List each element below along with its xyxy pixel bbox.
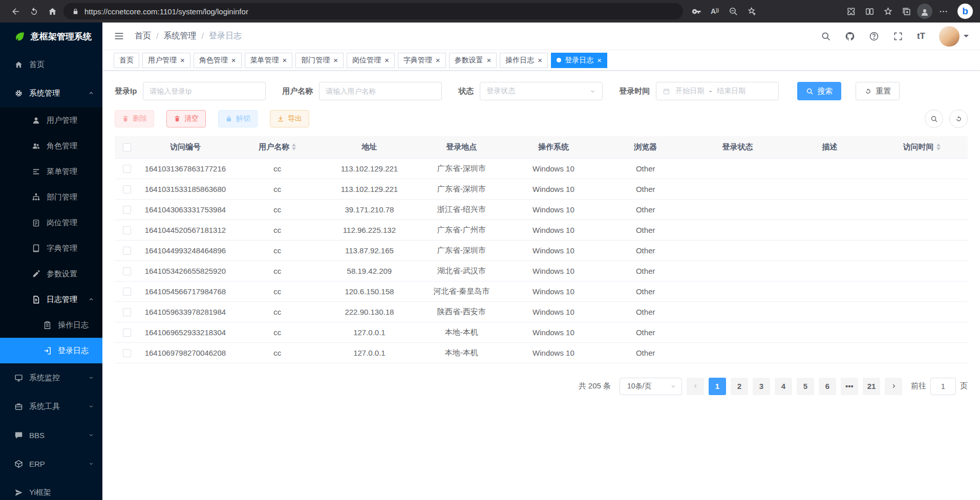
collapse-sidebar-button[interactable]: [114, 31, 124, 41]
sidebar-item-login-log[interactable]: 登录日志: [0, 338, 102, 363]
browser-home-button[interactable]: [43, 3, 61, 20]
table-row[interactable]: 1641069652933218304 cc 127.0.0.1 本地-本机 W…: [115, 322, 968, 342]
col-user[interactable]: 用户名称: [231, 136, 324, 158]
row-checkbox[interactable]: [123, 308, 131, 316]
prev-page-button[interactable]: [687, 378, 704, 395]
page-size-select[interactable]: 10条/页: [620, 378, 682, 395]
page-button[interactable]: 3: [753, 378, 770, 395]
row-checkbox[interactable]: [123, 349, 131, 357]
sidebar-item-dict-mgmt[interactable]: 字典管理: [0, 235, 102, 261]
sidebar-item-erp[interactable]: ERP: [0, 449, 102, 478]
browser-profile-button[interactable]: [915, 3, 934, 20]
page-button[interactable]: 6: [819, 378, 836, 395]
row-checkbox[interactable]: [123, 288, 131, 296]
refresh-table-button[interactable]: [949, 110, 968, 128]
table-row[interactable]: 1641043063331753984 cc 39.171.210.78 浙江省…: [115, 199, 968, 220]
status-select[interactable]: 登录状态: [480, 82, 603, 100]
close-icon[interactable]: ×: [487, 56, 492, 64]
reset-button[interactable]: 重置: [856, 82, 900, 100]
sidebar-item-monitor[interactable]: 系统监控: [0, 363, 102, 392]
collections-icon[interactable]: [897, 3, 915, 20]
col-time[interactable]: 访问时间: [876, 136, 968, 158]
close-icon[interactable]: ×: [283, 56, 287, 64]
row-checkbox[interactable]: [123, 329, 131, 337]
page-button[interactable]: 4: [775, 378, 792, 395]
browser-menu-button[interactable]: [934, 3, 952, 20]
fullscreen-icon[interactable]: [893, 31, 903, 41]
sidebar-item-oper-log[interactable]: 操作日志: [0, 312, 102, 338]
table-row[interactable]: 1641059633978281984 cc 222.90.130.18 陕西省…: [115, 301, 968, 322]
sidebar-item-dept-mgmt[interactable]: 部门管理: [0, 184, 102, 210]
export-button[interactable]: 导出: [270, 110, 309, 127]
tab-home[interactable]: 首页: [114, 53, 139, 68]
header-search-icon[interactable]: [821, 31, 831, 41]
sidebar-item-user-mgmt[interactable]: 用户管理: [0, 107, 102, 133]
row-checkbox[interactable]: [123, 206, 131, 214]
close-icon[interactable]: ×: [180, 56, 185, 64]
breadcrumb-home[interactable]: 首页: [135, 31, 151, 41]
table-row[interactable]: 1641031367863177216 cc 113.102.129.221 广…: [115, 158, 968, 179]
user-menu[interactable]: [939, 26, 969, 47]
user-avatar[interactable]: [939, 26, 960, 47]
tab-param-settings[interactable]: 参数设置×: [449, 53, 497, 68]
password-key-icon[interactable]: [687, 3, 706, 20]
date-range-picker[interactable]: 开始日期 - 结束日期: [656, 82, 779, 100]
github-icon[interactable]: [845, 31, 855, 41]
sidebar-item-menu-mgmt[interactable]: 菜单管理: [0, 159, 102, 184]
search-button[interactable]: 搜索: [797, 82, 841, 100]
close-icon[interactable]: ×: [436, 56, 440, 64]
sidebar-item-bbs[interactable]: BBS: [0, 421, 102, 449]
sidebar-item-home[interactable]: 首页: [0, 50, 102, 79]
sort-icon[interactable]: [936, 143, 941, 150]
sort-icon[interactable]: [292, 143, 296, 150]
site-info-icon[interactable]: [72, 8, 79, 15]
table-row[interactable]: 1641044520567181312 cc 112.96.225.132 广东…: [115, 220, 968, 240]
table-row[interactable]: 1641069798270046208 cc 127.0.0.1 本地-本机 W…: [115, 342, 968, 363]
favorites-icon[interactable]: [879, 3, 897, 20]
table-row[interactable]: 1641031533185863680 cc 113.102.129.221 广…: [115, 179, 968, 199]
tab-post-mgmt[interactable]: 岗位管理×: [347, 53, 395, 68]
close-icon[interactable]: ×: [231, 56, 236, 64]
next-page-button[interactable]: [885, 378, 902, 395]
row-checkbox[interactable]: [123, 267, 131, 275]
split-screen-icon[interactable]: [860, 3, 879, 20]
tab-dict-mgmt[interactable]: 字典管理×: [398, 53, 446, 68]
close-icon[interactable]: ×: [385, 56, 389, 64]
tab-role-mgmt[interactable]: 角色管理×: [194, 53, 242, 68]
row-checkbox[interactable]: [123, 185, 131, 193]
sidebar-item-role-mgmt[interactable]: 角色管理: [0, 133, 102, 159]
select-all-checkbox[interactable]: [123, 143, 131, 151]
clear-button[interactable]: 清空: [166, 110, 206, 127]
browser-refresh-button[interactable]: [25, 3, 43, 20]
page-button[interactable]: 5: [797, 378, 814, 395]
login-ip-input[interactable]: [143, 82, 266, 100]
extensions-icon[interactable]: [842, 3, 860, 20]
close-icon[interactable]: ×: [333, 56, 338, 64]
close-icon[interactable]: ×: [538, 56, 542, 64]
tab-dept-mgmt[interactable]: 部门管理×: [295, 53, 344, 68]
zoom-icon[interactable]: [724, 3, 742, 20]
font-size-icon[interactable]: tT: [917, 31, 925, 41]
page-button[interactable]: 2: [731, 378, 748, 395]
close-icon[interactable]: ×: [597, 56, 602, 64]
table-row[interactable]: 1641053426655825920 cc 58.19.42.209 湖北省-…: [115, 260, 968, 281]
sidebar-item-system[interactable]: 系统管理: [0, 79, 102, 107]
goto-page-input[interactable]: [930, 378, 956, 395]
tab-login-log[interactable]: 登录日志×: [551, 53, 607, 68]
bing-copilot-icon[interactable]: b: [957, 4, 973, 19]
read-aloud-icon[interactable]: A)): [706, 3, 724, 20]
delete-button[interactable]: 删除: [115, 110, 154, 127]
row-checkbox[interactable]: [123, 165, 131, 173]
table-row[interactable]: 1641054566717984768 cc 120.6.150.158 河北省…: [115, 281, 968, 301]
unlock-button[interactable]: 解锁: [218, 110, 258, 127]
help-icon[interactable]: [869, 31, 879, 41]
tab-menu-mgmt[interactable]: 菜单管理×: [245, 53, 293, 68]
browser-back-button[interactable]: [6, 3, 25, 20]
more-pages-button[interactable]: •••: [841, 378, 858, 395]
browser-address-bar[interactable]: https://ccnetcore.com:1101/system/log/lo…: [63, 3, 683, 19]
tab-user-mgmt[interactable]: 用户管理×: [142, 53, 190, 68]
page-button[interactable]: 1: [709, 378, 726, 395]
row-checkbox[interactable]: [123, 226, 131, 234]
sidebar-item-param-settings[interactable]: 参数设置: [0, 261, 102, 287]
sidebar-item-log-mgmt[interactable]: 日志管理: [0, 287, 102, 312]
